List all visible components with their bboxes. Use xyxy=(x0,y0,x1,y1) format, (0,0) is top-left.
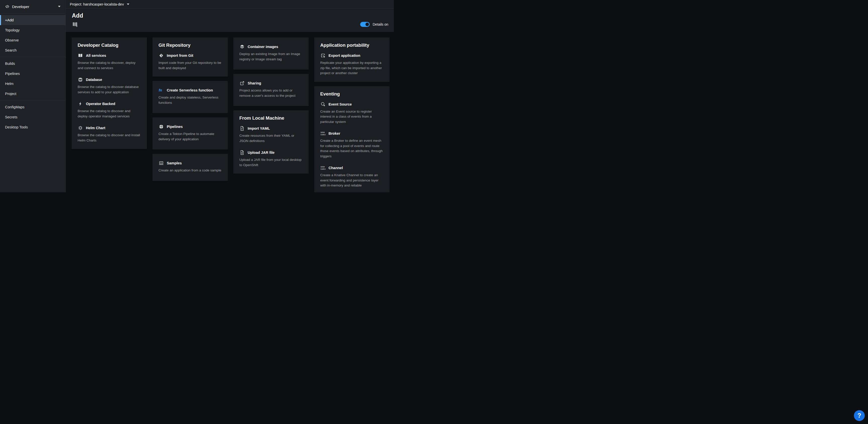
yaml-file-icon xyxy=(239,126,245,131)
item-title-row: Export application xyxy=(320,53,383,58)
item-label: Create Serverless function xyxy=(167,88,213,92)
card-item-all-services[interactable]: All servicesBrowse the catalog to discov… xyxy=(78,53,141,70)
item-title-row: Event Source xyxy=(320,102,383,107)
item-description: Project access allows you to add or remo… xyxy=(239,88,303,98)
card-item-samples[interactable]: SamplesCreate an application from a code… xyxy=(158,161,222,173)
card-item-create-serverless-function[interactable]: fnCreate Serverless functionCreate and d… xyxy=(158,88,222,105)
item-description: Create a Knative Channel to create an ev… xyxy=(320,173,383,188)
sidebar-item-topology[interactable]: Topology xyxy=(0,25,66,35)
item-label: Container images xyxy=(248,45,278,49)
item-label: Broker xyxy=(329,132,340,136)
page-header-row: Details on xyxy=(72,21,388,27)
add-card-from-local-machine[interactable]: From Local MachineImport YAMLCreate reso… xyxy=(233,110,309,174)
item-description: Browse the catalog to discover database … xyxy=(78,84,141,95)
page-header: Add Details on xyxy=(66,8,394,32)
book-icon xyxy=(78,53,83,58)
item-label: Import YAML xyxy=(248,126,270,131)
chevron-down-icon xyxy=(58,6,61,7)
add-card-pipelines[interactable]: PipelinesCreate a Tekton Pipeline to aut… xyxy=(152,117,228,149)
item-title-row: Container images xyxy=(239,44,303,49)
item-label: Samples xyxy=(167,161,182,165)
project-selector[interactable]: Project: harshcasper-localsta-dev xyxy=(70,2,129,6)
sidebar-item-helm[interactable]: Helm xyxy=(0,79,66,89)
add-card-git-repository[interactable]: Git RepositoryImport from GitImport code… xyxy=(152,37,228,77)
page-title: Add xyxy=(72,12,388,19)
item-description: Create an application from a code sample xyxy=(158,168,222,173)
sidebar-item-configmaps[interactable]: ConfigMaps xyxy=(0,102,66,112)
broker-binary-icon: 101011011 xyxy=(320,131,326,136)
details-switch[interactable] xyxy=(360,22,370,27)
item-description: Replicate your application by exporting … xyxy=(320,60,383,76)
svg-text:1010: 1010 xyxy=(320,166,325,168)
add-card-sharing[interactable]: SharingProject access allows you to add … xyxy=(233,74,309,106)
sidebar-item-search[interactable]: Search xyxy=(0,45,66,55)
item-label: Import from Git xyxy=(167,54,193,58)
sidebar-item-observe[interactable]: Observe xyxy=(0,35,66,45)
card-item-database[interactable]: DatabaseBrowse the catalog to discover d… xyxy=(78,77,141,95)
item-label: Database xyxy=(86,78,102,82)
card-item-operator-backed[interactable]: Operator BackedBrowse the catalog to dis… xyxy=(78,101,141,119)
card-title: From Local Machine xyxy=(239,115,303,121)
add-page-content: Developer CatalogAll servicesBrowse the … xyxy=(66,32,394,192)
layers-icon xyxy=(239,44,245,49)
item-description: Create a Broker to define an event mesh … xyxy=(320,138,383,159)
item-label: Sharing xyxy=(248,81,261,85)
item-title-row: Samples xyxy=(158,161,222,166)
card-title: Developer Catalog xyxy=(78,43,141,48)
sidebar-item-secrets[interactable]: Secrets xyxy=(0,112,66,122)
sidebar-item-builds[interactable]: Builds xyxy=(0,59,66,68)
export-icon xyxy=(320,53,326,58)
sidebar-item-desktop-tools[interactable]: Desktop Tools xyxy=(0,122,66,132)
sidebar-item-pipelines[interactable]: Pipelines xyxy=(0,68,66,79)
sidebar-item-project[interactable]: Project xyxy=(0,89,66,99)
sidebar-item-add[interactable]: +Add xyxy=(0,15,66,25)
card-item-sharing[interactable]: SharingProject access allows you to add … xyxy=(239,81,303,98)
code-icon xyxy=(5,4,9,9)
add-card-samples[interactable]: SamplesCreate an application from a code… xyxy=(152,154,228,181)
item-label: Event Source xyxy=(329,102,352,106)
add-card-container-images[interactable]: Container imagesDeploy an existing Image… xyxy=(233,37,309,69)
item-label: Export application xyxy=(329,54,361,58)
card-item-export-application[interactable]: Export applicationReplicate your applica… xyxy=(320,53,383,76)
card-item-channel[interactable]: 101011011ChannelCreate a Knative Channel… xyxy=(320,165,383,188)
card-item-broker[interactable]: 101011011BrokerCreate a Broker to define… xyxy=(320,131,383,159)
card-item-import-yaml[interactable]: Import YAMLCreate resources from their Y… xyxy=(239,126,303,143)
main-area: Project: harshcasper-localsta-dev Add xyxy=(66,0,394,192)
item-title-row: Pipelines xyxy=(158,124,222,129)
item-title-row: 101011011Broker xyxy=(320,131,383,136)
details-toggle[interactable]: Details on xyxy=(360,22,388,27)
card-item-upload-jar-file[interactable]: Upload JAR fileUpload a JAR file from yo… xyxy=(239,150,303,168)
svg-text:11011: 11011 xyxy=(320,134,326,136)
add-card-application-portability[interactable]: Application portabilityExport applicatio… xyxy=(314,37,390,82)
details-toggle-label: Details on xyxy=(373,22,388,26)
item-label: Operator Backed xyxy=(86,102,115,106)
card-item-import-from-git[interactable]: Import from GitImport code from your Git… xyxy=(158,53,222,70)
project-selector-label: Project: harshcasper-localsta-dev xyxy=(70,2,124,6)
book-plus-icon[interactable] xyxy=(72,21,78,27)
card-item-helm-chart[interactable]: Helm ChartBrowse the catalog to discover… xyxy=(78,125,141,143)
item-title-row: Upload JAR file xyxy=(239,150,303,155)
card-item-pipelines[interactable]: PipelinesCreate a Tekton Pipeline to aut… xyxy=(158,124,222,142)
share-icon xyxy=(239,81,245,86)
add-card-developer-catalog[interactable]: Developer CatalogAll servicesBrowse the … xyxy=(71,37,147,149)
add-card-create-serverless-function[interactable]: fnCreate Serverless functionCreate and d… xyxy=(152,81,228,113)
item-title-row: Import YAML xyxy=(239,126,303,131)
chevron-down-icon xyxy=(127,3,129,5)
switch-knob xyxy=(366,23,369,26)
fn-icon: fn xyxy=(158,88,164,93)
item-label: Helm Chart xyxy=(86,126,105,130)
svg-text:11011: 11011 xyxy=(320,168,326,170)
perspective-switcher[interactable]: Developer xyxy=(0,0,66,13)
item-label: All services xyxy=(86,54,106,58)
sidebar: Developer +AddTopologyObserveSearchBuild… xyxy=(0,0,66,192)
helm-icon xyxy=(78,125,83,131)
item-title-row: Database xyxy=(78,77,141,82)
sidebar-nav: +AddTopologyObserveSearchBuildsPipelines… xyxy=(0,13,66,132)
svg-text:fn: fn xyxy=(159,88,162,92)
card-item-container-images[interactable]: Container imagesDeploy an existing Image… xyxy=(239,44,303,62)
card-item-event-source[interactable]: Event SourceCreate an Event source to re… xyxy=(320,102,383,125)
channel-binary-icon: 101011011 xyxy=(320,165,326,170)
item-description: Browse the catalog to discover, deploy a… xyxy=(78,60,141,70)
add-card-eventing[interactable]: EventingEvent SourceCreate an Event sour… xyxy=(314,86,390,192)
nav-group-divider xyxy=(0,57,66,57)
